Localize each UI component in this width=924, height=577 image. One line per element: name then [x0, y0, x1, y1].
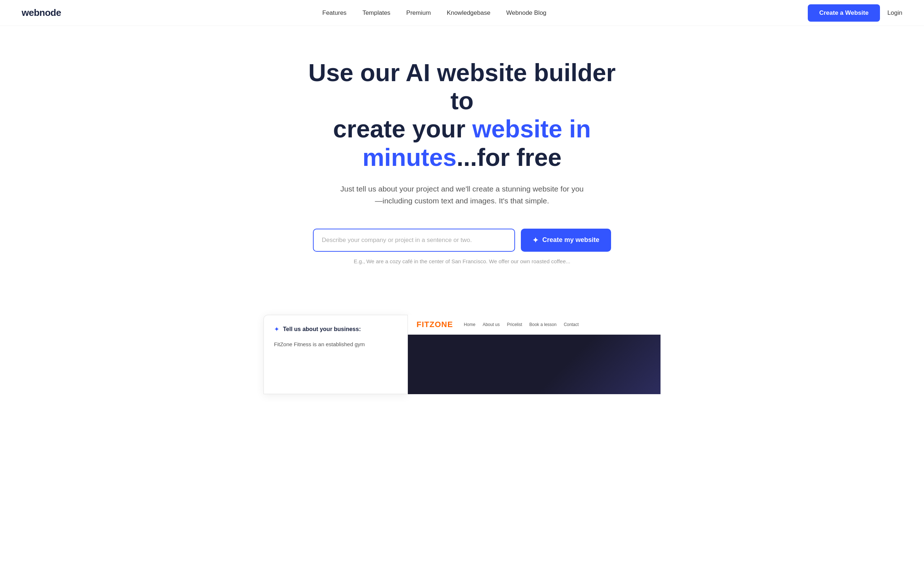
- preview-section: ✦ Tell us about your business: FitZone F…: [0, 315, 924, 394]
- fitzone-nav: FITZONE Home About us Pricelist Book a l…: [408, 315, 661, 335]
- create-website-button[interactable]: Create a Website: [808, 4, 880, 22]
- fitzone-nav-about: About us: [483, 322, 499, 327]
- logo[interactable]: webnode: [22, 7, 61, 18]
- hero-section: Use our AI website builder tocreate your…: [300, 26, 624, 315]
- hero-subtitle: Just tell us about your project and we'l…: [339, 183, 585, 207]
- sparkle-icon: ✦: [532, 236, 538, 245]
- nav-link-knowledgebase[interactable]: Knowledgebase: [447, 10, 491, 16]
- hero-title-suffix: ...for free: [457, 143, 562, 171]
- nav-link-premium[interactable]: Premium: [406, 10, 431, 16]
- preview-card-header: ✦ Tell us about your business:: [274, 325, 397, 333]
- fitzone-nav-book: Book a lesson: [530, 322, 557, 327]
- login-button[interactable]: Login: [887, 10, 902, 16]
- nav-link-blog[interactable]: Webnode Blog: [506, 10, 546, 16]
- input-row: ✦ Create my website: [307, 229, 617, 252]
- preview-label: Tell us about your business:: [283, 326, 361, 332]
- hero-title: Use our AI website builder tocreate your…: [307, 58, 617, 171]
- navbar: webnode Features Templates Premium Knowl…: [0, 0, 924, 26]
- fitzone-nav-links: Home About us Pricelist Book a lesson Co…: [464, 322, 578, 327]
- preview-right-card: FITZONE Home About us Pricelist Book a l…: [408, 315, 661, 394]
- fitzone-nav-contact: Contact: [564, 322, 578, 327]
- nav-actions: Create a Website Login: [808, 4, 902, 22]
- fitzone-nav-home: Home: [464, 322, 475, 327]
- input-hint: E.g., We are a cozy café in the center o…: [307, 258, 617, 264]
- nav-link-templates[interactable]: Templates: [362, 10, 390, 16]
- preview-left-card: ✦ Tell us about your business: FitZone F…: [263, 315, 408, 394]
- preview-text: FitZone Fitness is an established gym: [274, 340, 397, 349]
- nav-links: Features Templates Premium Knowledgebase…: [322, 10, 546, 16]
- describe-input[interactable]: [313, 229, 515, 252]
- fitzone-nav-pricelist: Pricelist: [507, 322, 522, 327]
- fitzone-logo: FITZONE: [417, 320, 453, 329]
- create-my-website-button[interactable]: ✦ Create my website: [521, 229, 611, 252]
- fitzone-hero-area: [408, 335, 661, 394]
- fitzone-mock: FITZONE Home About us Pricelist Book a l…: [408, 315, 661, 394]
- sparkle-blue-icon: ✦: [274, 325, 279, 333]
- create-website-label: Create my website: [542, 236, 599, 244]
- nav-link-features[interactable]: Features: [322, 10, 347, 16]
